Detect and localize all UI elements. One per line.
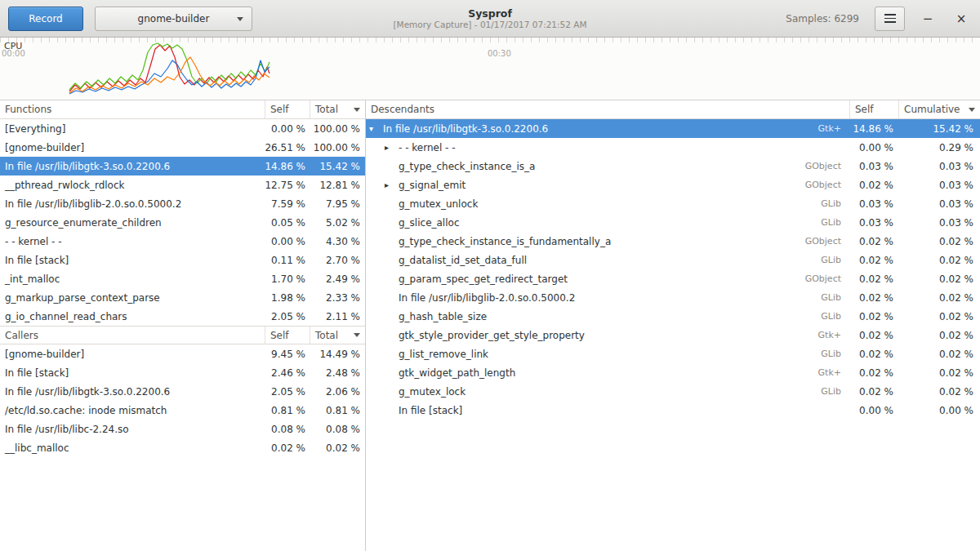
table-row[interactable]: In file /usr/lib/libc-2.24.so0.08 %0.08 … — [0, 420, 365, 438]
self-value: 0.03 % — [849, 217, 898, 229]
functions-header: Functions Self Total — [0, 100, 365, 119]
table-row[interactable]: ▾In file /usr/lib/libgtk-3.so.0.2200.6Gt… — [366, 119, 980, 138]
callers-total-column-header[interactable]: Total — [310, 327, 365, 344]
function-name-cell: g_param_spec_get_redirect_targetGObject — [366, 273, 849, 285]
sort-indicator-icon — [354, 108, 360, 112]
table-row[interactable]: g_datalist_id_set_data_fullGLib0.02 %0.0… — [366, 251, 980, 269]
table-row[interactable]: g_type_check_instance_is_aGObject0.03 %0… — [366, 157, 980, 176]
table-row[interactable]: - - kernel - -0.00 %4.30 % — [0, 232, 365, 251]
table-row[interactable]: gtk_widget_path_lengthGtk+0.02 %0.02 % — [366, 363, 980, 382]
table-row[interactable]: g_resource_enumerate_children0.05 %5.02 … — [0, 213, 365, 232]
self-value: 1.98 % — [265, 292, 310, 304]
function-name: gtk_style_provider_get_style_property — [399, 330, 585, 341]
cumulative-value: 0.02 % — [898, 311, 980, 322]
function-name-cell: g_mutex_lockGLib — [366, 386, 849, 398]
table-row[interactable]: g_type_check_instance_is_fundamentally_a… — [366, 232, 980, 251]
table-row[interactable]: g_hash_table_sizeGLib0.02 %0.02 % — [366, 307, 980, 326]
total-value: 5.02 % — [310, 217, 365, 229]
table-row[interactable]: ▸g_signal_emitGObject0.02 %0.03 % — [366, 176, 980, 194]
function-name: In file /usr/lib/libgtk-3.so.0.2200.6 — [0, 161, 265, 172]
self-value: 0.00 % — [265, 123, 310, 135]
function-name-cell: g_hash_table_sizeGLib — [366, 311, 849, 322]
total-value: 0.08 % — [310, 424, 365, 435]
function-name: g_markup_parse_context_parse — [0, 292, 265, 304]
header-right-group: Samples: 6299 − × — [786, 7, 972, 31]
title-box: Sysprof [Memory Capture] - 01/17/2017 07… — [393, 7, 586, 30]
category-label: GLib — [821, 349, 849, 359]
table-row[interactable]: In file /usr/lib/libgtk-3.so.0.2200.62.0… — [0, 382, 365, 401]
table-row[interactable]: g_mutex_unlockGLib0.03 %0.03 % — [366, 194, 980, 213]
cumulative-value: 0.03 % — [898, 217, 980, 229]
table-row[interactable]: In file /usr/lib/libglib-2.0.so.0.5000.2… — [366, 288, 980, 307]
cpu-graph[interactable]: CPU 00:00 00:30 — [0, 38, 980, 100]
category-label: GLib — [821, 198, 849, 209]
table-row[interactable]: _int_malloc1.70 %2.49 % — [0, 269, 365, 288]
cumulative-value: 0.02 % — [898, 273, 980, 285]
table-row[interactable]: In file [stack]2.46 %2.48 % — [0, 363, 365, 382]
record-button[interactable]: Record — [8, 7, 83, 31]
cumulative-value: 0.02 % — [898, 236, 980, 247]
minimize-button[interactable]: − — [917, 8, 938, 29]
descendants-cumulative-column-header[interactable]: Cumulative — [898, 100, 980, 118]
category-label: Gtk+ — [818, 367, 849, 378]
descendants-column-header[interactable]: Descendants — [366, 100, 849, 118]
table-row[interactable]: [Everything]0.00 %100.00 % — [0, 119, 365, 138]
table-row[interactable]: ▸- - kernel - -0.00 %0.29 % — [366, 138, 980, 157]
table-row[interactable]: In file /usr/lib/libgtk-3.so.0.2200.614.… — [0, 157, 365, 176]
table-row[interactable]: [gnome-builder]9.45 %14.49 % — [0, 344, 365, 363]
callers-self-column-header[interactable]: Self — [265, 327, 310, 344]
functions-self-column-header[interactable]: Self — [265, 100, 310, 118]
table-row[interactable]: [gnome-builder]26.51 %100.00 % — [0, 138, 365, 157]
function-name: - - kernel - - — [399, 142, 456, 153]
table-row[interactable]: __pthread_rwlock_rdlock12.75 %12.81 % — [0, 176, 365, 194]
callers-column-header[interactable]: Callers — [0, 327, 265, 344]
minimize-icon: − — [923, 11, 933, 26]
cumulative-value: 0.03 % — [898, 180, 980, 191]
table-row[interactable]: g_markup_parse_context_parse1.98 %2.33 % — [0, 288, 365, 307]
expander-icon[interactable]: ▸ — [385, 143, 399, 152]
table-row[interactable]: gtk_style_provider_get_style_propertyGtk… — [366, 326, 980, 344]
self-value: 0.00 % — [265, 236, 310, 247]
expander-icon[interactable]: ▸ — [385, 180, 399, 189]
function-name-cell: In file [stack] — [366, 405, 849, 416]
total-value: 0.02 % — [310, 442, 365, 454]
function-name: g_hash_table_size — [399, 311, 487, 322]
functions-total-column-header[interactable]: Total — [310, 100, 365, 118]
self-value: 2.05 % — [265, 311, 310, 322]
function-name: In file [stack] — [399, 405, 462, 416]
descendants-self-column-header[interactable]: Self — [849, 100, 898, 118]
expander-icon[interactable]: ▾ — [369, 124, 383, 133]
table-row[interactable]: /etc/ld.so.cache: inode mismatch0.81 %0.… — [0, 401, 365, 420]
function-name: In file /usr/lib/libglib-2.0.so.0.5000.2 — [0, 198, 265, 210]
time-label-start: 00:00 — [2, 49, 25, 58]
table-row[interactable]: g_io_channel_read_chars2.05 %2.11 % — [0, 307, 365, 326]
descendants-body: ▾In file /usr/lib/libgtk-3.so.0.2200.6Gt… — [366, 119, 980, 420]
target-selector[interactable]: gnome-builder — [95, 7, 252, 31]
function-name-cell: gtk_style_provider_get_style_propertyGtk… — [366, 330, 849, 341]
table-row[interactable]: In file [stack]0.11 %2.70 % — [0, 251, 365, 269]
table-row[interactable]: g_mutex_lockGLib0.02 %0.02 % — [366, 382, 980, 401]
main-panes: Functions Self Total [Everything]0.00 %1… — [0, 100, 980, 551]
table-row[interactable]: __libc_malloc0.02 %0.02 % — [0, 438, 365, 457]
table-row[interactable]: g_list_remove_linkGLib0.02 %0.02 % — [366, 344, 980, 363]
table-row[interactable]: In file [stack]0.00 %0.00 % — [366, 401, 980, 420]
function-name: gtk_widget_path_length — [399, 367, 515, 379]
cpu-line-orange — [69, 57, 270, 93]
self-value: 26.51 % — [265, 142, 310, 153]
table-row[interactable]: In file /usr/lib/libglib-2.0.so.0.5000.2… — [0, 194, 365, 213]
cumulative-value: 0.02 % — [898, 255, 980, 266]
menu-button[interactable] — [875, 7, 905, 31]
cumulative-value: 0.03 % — [898, 161, 980, 172]
category-label: Gtk+ — [818, 330, 849, 340]
function-name: g_signal_emit — [399, 180, 466, 191]
functions-column-header[interactable]: Functions — [0, 100, 265, 118]
target-selector-label: gnome-builder — [138, 13, 210, 24]
table-row[interactable]: g_slice_allocGLib0.03 %0.03 % — [366, 213, 980, 232]
cumulative-value: 15.42 % — [898, 123, 980, 135]
category-label: GObject — [805, 273, 849, 284]
cumulative-value: 0.00 % — [898, 405, 980, 416]
function-name: - - kernel - - — [0, 236, 265, 247]
self-value: 0.02 % — [849, 367, 898, 379]
close-button[interactable]: × — [951, 8, 972, 29]
table-row[interactable]: g_param_spec_get_redirect_targetGObject0… — [366, 269, 980, 288]
